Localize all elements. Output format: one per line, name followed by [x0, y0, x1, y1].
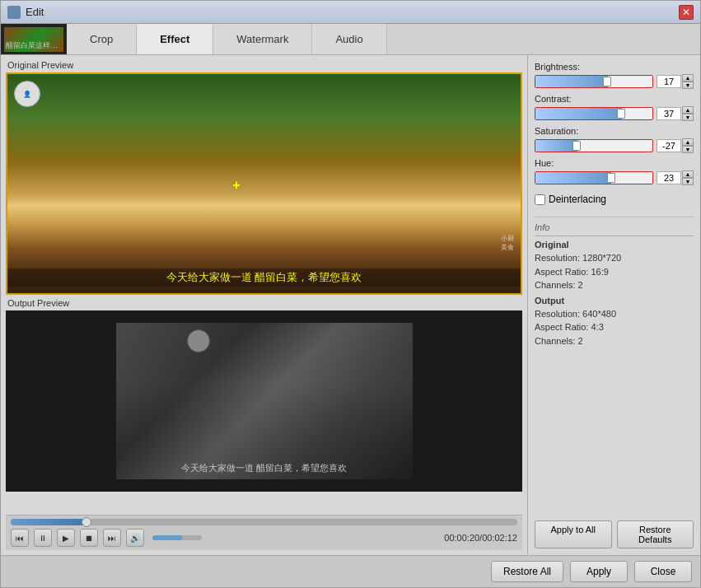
tab-bar: 醋留白菜这样… Crop Effect Watermark Audio — [1, 24, 700, 55]
pause-button[interactable]: ⏸ — [34, 529, 52, 547]
original-avatar: 👤 — [14, 81, 40, 107]
video-thumb-image: 醋留白菜这样… — [4, 27, 63, 52]
info-title: Info — [535, 222, 694, 232]
saturation-row: -27 ▲ ▼ — [535, 138, 694, 153]
brightness-spinner-btns: ▲ ▼ — [682, 74, 694, 89]
hue-label: Hue: — [535, 158, 694, 168]
saturation-thumb[interactable] — [572, 141, 581, 151]
action-buttons: Apply to All Restore Defaults — [535, 520, 694, 548]
skip-forward-button[interactable]: ⏭ — [103, 529, 121, 547]
window-icon — [7, 6, 21, 19]
video-thumbnail: 醋留白菜这样… — [1, 24, 67, 54]
original-info-title: Original — [535, 240, 694, 250]
play-button[interactable]: ▶ — [57, 529, 75, 547]
contrast-up[interactable]: ▲ — [682, 106, 694, 114]
stop-button[interactable]: ⏹ — [80, 529, 98, 547]
output-channels: Channels: 2 — [535, 334, 694, 348]
output-aspect: Aspect Ratio: 4:3 — [535, 320, 694, 334]
saturation-slider[interactable] — [535, 139, 653, 152]
close-window-button[interactable]: ✕ — [679, 5, 694, 20]
saturation-spinner-btns: ▲ ▼ — [682, 138, 694, 153]
right-panel: Brightness: 17 ▲ ▼ — [527, 55, 700, 555]
saturation-down[interactable]: ▼ — [682, 146, 694, 153]
output-preview: 今天给大家做一道 醋留白菜，希望您喜欢 — [6, 310, 522, 492]
brightness-down[interactable]: ▼ — [682, 82, 694, 89]
skip-back-button[interactable]: ⏮ — [11, 529, 29, 547]
contrast-value[interactable]: 37 — [657, 107, 681, 120]
brightness-label: Brightness: — [535, 62, 694, 72]
output-bg — [116, 323, 413, 479]
output-avatar — [187, 329, 210, 352]
original-resolution: Resolution: 1280*720 — [535, 251, 694, 265]
volume-fill — [152, 535, 182, 540]
contrast-group: Contrast: 37 ▲ ▼ — [535, 94, 694, 121]
window-title: Edit — [26, 6, 679, 18]
contrast-down[interactable]: ▼ — [682, 114, 694, 121]
original-preview-content: 👤 小厨 美食 今天给大家做一道 醋留白菜，希望您喜欢 — [7, 74, 521, 293]
tab-watermark[interactable]: Watermark — [213, 24, 312, 54]
info-section: Info Original Resolution: 1280*720 Aspec… — [535, 217, 694, 348]
volume-bar[interactable] — [152, 535, 202, 540]
contrast-label: Contrast: — [535, 94, 694, 104]
saturation-up[interactable]: ▲ — [682, 138, 694, 146]
progress-bar[interactable] — [11, 519, 517, 525]
original-subtitle: 今天给大家做一道 醋留白菜，希望您喜欢 — [7, 268, 521, 287]
saturation-value[interactable]: -27 — [657, 139, 681, 152]
output-preview-label: Output Preview — [6, 298, 522, 308]
restore-all-button[interactable]: Restore All — [491, 561, 563, 582]
brightness-thumb[interactable] — [603, 77, 611, 86]
brightness-up[interactable]: ▲ — [682, 74, 694, 82]
output-content: 今天给大家做一道 醋留白菜，希望您喜欢 — [6, 310, 522, 492]
original-preview: 👤 小厨 美食 今天给大家做一道 醋留白菜，希望您喜欢 — [6, 72, 522, 295]
hue-slider[interactable] — [535, 171, 653, 184]
video-thumb-label: 醋留白菜这样… — [6, 40, 58, 51]
original-preview-label: Original Preview — [6, 60, 522, 70]
hue-spinner: 23 ▲ ▼ — [657, 170, 694, 185]
deinterlacing-label: Deinterlacing — [549, 194, 606, 205]
hue-down[interactable]: ▼ — [682, 178, 694, 185]
hue-up[interactable]: ▲ — [682, 170, 694, 178]
output-info-title: Output — [535, 296, 694, 306]
brightness-value[interactable]: 17 — [657, 75, 681, 88]
hue-spinner-btns: ▲ ▼ — [682, 170, 694, 185]
deinterlacing-row: Deinterlacing — [535, 194, 694, 205]
close-button[interactable]: Close — [634, 561, 692, 582]
restore-defaults-button[interactable]: Restore Defaults — [617, 520, 694, 548]
left-panel: Original Preview 👤 小厨 美食 今天给大家做一道 醋留白菜，希… — [1, 55, 527, 555]
deinterlacing-checkbox[interactable] — [535, 194, 545, 205]
hue-row: 23 ▲ ▼ — [535, 170, 694, 185]
brightness-row: 17 ▲ ▼ — [535, 74, 694, 89]
main-content: Original Preview 👤 小厨 美食 今天给大家做一道 醋留白菜，希… — [1, 55, 700, 555]
apply-button[interactable]: Apply — [570, 561, 628, 582]
saturation-group: Saturation: -27 ▲ ▼ — [535, 126, 694, 153]
tab-effect[interactable]: Effect — [137, 24, 213, 54]
progress-thumb[interactable] — [82, 517, 91, 527]
tab-crop[interactable]: Crop — [67, 24, 137, 54]
brightness-slider[interactable] — [535, 75, 653, 88]
contrast-slider[interactable] — [535, 107, 653, 120]
apply-to-all-button[interactable]: Apply to All — [535, 520, 612, 548]
tab-audio[interactable]: Audio — [312, 24, 386, 54]
edit-window: Edit ✕ 醋留白菜这样… Crop Effect Watermark Aud… — [0, 0, 701, 588]
crosshair — [232, 178, 244, 189]
saturation-fill — [535, 140, 577, 152]
original-aspect: Aspect Ratio: 16:9 — [535, 265, 694, 279]
contrast-thumb[interactable] — [617, 109, 625, 119]
hue-thumb[interactable] — [607, 173, 615, 183]
player-bar: ⏮ ⏸ ▶ ⏹ ⏭ 🔊 00:00:20/00:02:12 — [6, 515, 522, 550]
contrast-spinner-btns: ▲ ▼ — [682, 106, 694, 121]
time-display: 00:00:20/00:02:12 — [444, 533, 517, 543]
hue-group: Hue: 23 ▲ ▼ — [535, 158, 694, 185]
volume-icon[interactable]: 🔊 — [126, 529, 144, 547]
bottom-bar: Restore All Apply Close — [1, 555, 700, 587]
contrast-fill — [535, 108, 622, 119]
contrast-row: 37 ▲ ▼ — [535, 106, 694, 121]
progress-fill — [11, 519, 86, 525]
hue-value[interactable]: 23 — [657, 171, 681, 184]
brightness-fill — [535, 76, 608, 87]
original-preview-section: Original Preview 👤 小厨 美食 今天给大家做一道 醋留白菜，希… — [6, 60, 522, 295]
info-divider — [535, 236, 694, 236]
brightness-group: Brightness: 17 ▲ ▼ — [535, 62, 694, 89]
original-channels: Channels: 2 — [535, 278, 694, 292]
output-subtitle: 今天给大家做一道 醋留白菜，希望您喜欢 — [116, 462, 413, 474]
